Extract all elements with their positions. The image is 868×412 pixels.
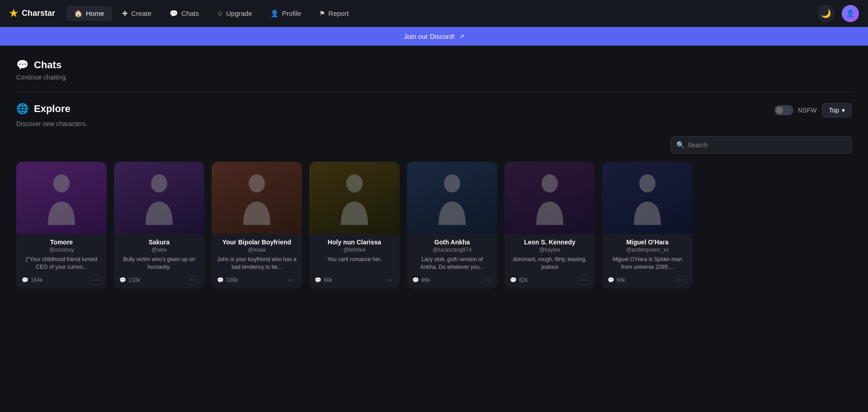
card-count: 💬 86k bbox=[412, 277, 430, 283]
card-name: Miguel O'Hara bbox=[608, 239, 687, 246]
moon-icon: 🌙 bbox=[821, 9, 831, 19]
search-input[interactable] bbox=[671, 136, 852, 154]
nav-links: 🏠 Home ✚ Create 💬 Chats ☆ Upgrade 👤 Prof… bbox=[66, 6, 814, 21]
avatar-icon: 👤 bbox=[846, 9, 855, 18]
chat-count-icon: 💬 bbox=[119, 277, 126, 283]
character-silhouette bbox=[141, 171, 177, 225]
nav-home[interactable]: 🏠 Home bbox=[66, 6, 112, 21]
card-name: Holy nun Clarissa bbox=[315, 239, 394, 246]
search-row: 🔍 bbox=[16, 136, 852, 154]
home-icon: 🏠 bbox=[74, 9, 83, 18]
chat-count-icon: 💬 bbox=[608, 277, 614, 283]
create-icon: ✚ bbox=[122, 9, 128, 18]
section-divider bbox=[16, 92, 852, 92]
character-card[interactable]: Miguel O'Hara @antlerqueen_xx Miguel O'H… bbox=[602, 162, 693, 289]
card-count: 💬 66k bbox=[608, 277, 625, 283]
card-body: Leon S. Kennedy @kaylee dominant, rough,… bbox=[505, 234, 595, 289]
logo-text: Charstar bbox=[22, 9, 55, 18]
card-more-button[interactable]: ⋯ bbox=[676, 275, 687, 285]
svg-point-4 bbox=[444, 174, 460, 192]
card-more-button[interactable]: ⋯ bbox=[383, 275, 394, 285]
discord-banner-text: Join our Discord! bbox=[404, 33, 455, 40]
character-silhouette bbox=[434, 171, 470, 225]
svg-point-5 bbox=[542, 174, 558, 192]
card-description: Lazy slob, goth version of Ankha. Do wha… bbox=[412, 256, 492, 271]
card-footer: 💬 82k ⋯ bbox=[510, 275, 590, 285]
chat-count-icon: 💬 bbox=[22, 277, 28, 283]
theme-toggle-button[interactable]: 🌙 bbox=[817, 5, 835, 22]
nav-upgrade[interactable]: ☆ Upgrade bbox=[209, 6, 260, 21]
nav-create-label: Create bbox=[131, 9, 151, 17]
nsfw-toggle[interactable] bbox=[774, 105, 793, 115]
card-more-button[interactable]: ⋯ bbox=[188, 275, 199, 285]
card-footer: 💬 66k ⋯ bbox=[608, 275, 687, 285]
explore-controls: 🌐 Explore NSFW Top ▾ bbox=[16, 103, 852, 117]
card-image bbox=[407, 162, 497, 234]
card-author: @alex bbox=[119, 247, 199, 253]
card-name: Goth Ankha bbox=[412, 239, 492, 246]
nav-profile[interactable]: 👤 Profile bbox=[262, 6, 310, 21]
card-more-button[interactable]: ⋯ bbox=[90, 275, 101, 285]
card-image bbox=[212, 162, 302, 234]
card-author: @lucaszang974 bbox=[412, 247, 492, 253]
card-name: Sakura bbox=[119, 239, 199, 246]
card-description: dominant, rough, flirty, teasing, jealou… bbox=[510, 256, 590, 271]
nav-chats-label: Chats bbox=[181, 9, 199, 17]
profile-icon: 👤 bbox=[270, 9, 279, 18]
card-count: 💬 164k bbox=[22, 277, 42, 283]
discord-banner[interactable]: Join our Discord! ↗ bbox=[0, 27, 868, 46]
card-image bbox=[602, 162, 693, 234]
card-body: Goth Ankha @lucaszang974 Lazy slob, goth… bbox=[407, 234, 497, 289]
toggle-thumb bbox=[776, 107, 783, 114]
card-author: @antlerqueen_xx bbox=[608, 247, 687, 253]
character-card[interactable]: Tomore @onzeray ("Your childhood friend … bbox=[16, 162, 107, 289]
sort-button[interactable]: Top ▾ bbox=[822, 103, 852, 117]
chats-section-icon: 💬 bbox=[16, 59, 28, 71]
card-footer: 💬 164k ⋯ bbox=[22, 275, 101, 285]
character-silhouette bbox=[336, 171, 373, 225]
card-author: @fefefe4 bbox=[315, 247, 394, 253]
chats-icon: 💬 bbox=[170, 9, 178, 18]
search-wrap: 🔍 bbox=[671, 136, 852, 154]
nav-home-label: Home bbox=[86, 9, 104, 17]
card-more-button[interactable]: ⋯ bbox=[579, 275, 590, 285]
card-description: ("Your childhood friend turned CEO of yo… bbox=[22, 256, 101, 271]
svg-point-3 bbox=[346, 174, 363, 192]
nav-report[interactable]: ⚑ Report bbox=[311, 6, 357, 21]
card-footer: 💬 100k ⋯ bbox=[217, 275, 297, 285]
card-name: Your Bipolar Boyfriend bbox=[217, 239, 297, 246]
character-card[interactable]: Your Bipolar Boyfriend @eoaa John is you… bbox=[212, 162, 302, 289]
upgrade-icon: ☆ bbox=[217, 9, 223, 18]
card-footer: 💬 110k ⋯ bbox=[119, 275, 199, 285]
navbar: ★ Charstar 🏠 Home ✚ Create 💬 Chats ☆ Upg… bbox=[0, 0, 868, 27]
card-author: @eoaa bbox=[217, 247, 297, 253]
character-silhouette bbox=[532, 171, 568, 225]
svg-point-0 bbox=[53, 174, 70, 192]
chats-section-title: Chats bbox=[34, 59, 61, 71]
card-name: Tomore bbox=[22, 239, 101, 246]
card-name: Leon S. Kennedy bbox=[510, 239, 590, 246]
explore-section-title: Explore bbox=[34, 103, 71, 115]
chat-count-icon: 💬 bbox=[315, 277, 321, 283]
card-body: Tomore @onzeray ("Your childhood friend … bbox=[16, 234, 107, 289]
chats-section-header: 💬 Chats bbox=[16, 59, 852, 71]
chat-count-value: 82k bbox=[519, 277, 528, 283]
nav-chats[interactable]: 💬 Chats bbox=[161, 6, 207, 21]
chat-count-value: 66k bbox=[617, 277, 625, 283]
character-card[interactable]: Leon S. Kennedy @kaylee dominant, rough,… bbox=[505, 162, 595, 289]
card-more-button[interactable]: ⋯ bbox=[286, 275, 297, 285]
chat-count-value: 110k bbox=[128, 277, 140, 283]
card-description: Bully victim who's given up on humanity. bbox=[119, 256, 199, 271]
character-card[interactable]: Holy nun Clarissa @fefefe4 You cant roma… bbox=[309, 162, 400, 289]
character-silhouette bbox=[629, 171, 665, 225]
nav-create[interactable]: ✚ Create bbox=[114, 6, 160, 21]
svg-point-2 bbox=[249, 174, 265, 192]
card-more-button[interactable]: ⋯ bbox=[481, 275, 492, 285]
character-cards-row: Tomore @onzeray ("Your childhood friend … bbox=[16, 162, 852, 292]
card-body: Your Bipolar Boyfriend @eoaa John is you… bbox=[212, 234, 302, 289]
user-avatar[interactable]: 👤 bbox=[842, 5, 859, 22]
explore-section: 🌐 Explore NSFW Top ▾ Discover new charac… bbox=[16, 103, 852, 292]
character-card[interactable]: Sakura @alex Bully victim who's given up… bbox=[114, 162, 204, 289]
logo[interactable]: ★ Charstar bbox=[9, 8, 55, 19]
character-card[interactable]: Goth Ankha @lucaszang974 Lazy slob, goth… bbox=[407, 162, 497, 289]
